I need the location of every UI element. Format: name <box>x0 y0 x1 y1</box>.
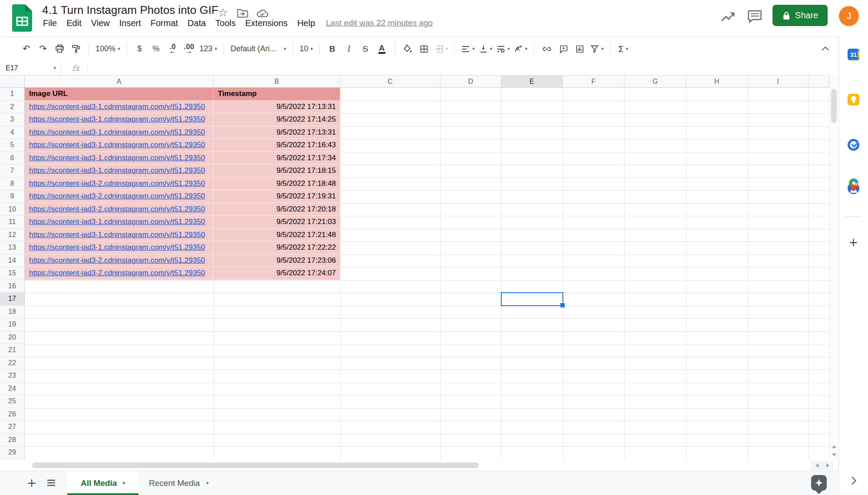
share-button[interactable]: Share <box>773 5 828 26</box>
row-header-5[interactable]: 5 <box>0 139 25 152</box>
more-formats-button[interactable]: 123 ▾ <box>200 43 217 56</box>
cell-url-row-5[interactable]: https://scontent-iad3-1.cdninstagram.com… <box>25 139 214 152</box>
row-header-29[interactable]: 29 <box>0 446 25 459</box>
menu-data[interactable]: Data <box>183 18 210 28</box>
cell-a1-image-url[interactable]: Image URL <box>25 88 214 101</box>
row-header-11[interactable]: 11 <box>0 216 25 229</box>
undo-button[interactable]: ↶ <box>20 43 33 56</box>
row-header-12[interactable]: 12 <box>0 229 25 242</box>
scroll-left-button[interactable] <box>812 461 822 470</box>
row-header-27[interactable]: 27 <box>0 421 25 434</box>
row-header-16[interactable]: 16 <box>0 280 25 293</box>
calendar-icon[interactable]: 31 <box>848 49 859 60</box>
menu-format[interactable]: Format <box>146 18 183 28</box>
cell-timestamp-row-8[interactable]: 9/5/2022 17:18:48 <box>214 178 340 191</box>
image-url-link[interactable]: https://scontent-iad3-1.cdninstagram.com… <box>29 166 205 175</box>
cell-timestamp-row-7[interactable]: 9/5/2022 17:18:15 <box>214 165 340 178</box>
row-header-23[interactable]: 23 <box>0 370 25 383</box>
cell-timestamp-row-4[interactable]: 9/5/2022 17:13:31 <box>214 126 340 139</box>
insert-chart-button[interactable] <box>574 43 586 56</box>
image-url-link[interactable]: https://scontent-iad3-2.cdninstagram.com… <box>29 256 205 265</box>
cell-url-row-3[interactable]: https://scontent-iad3-1.cdninstagram.com… <box>25 113 214 126</box>
cell-url-row-15[interactable]: https://scontent-iad3-2.cdninstagram.com… <box>25 267 214 280</box>
cell-url-row-12[interactable]: https://scontent-iad3-1.cdninstagram.com… <box>25 229 214 242</box>
cell-url-row-6[interactable]: https://scontent-iad3-1.cdninstagram.com… <box>25 152 214 165</box>
tasks-icon[interactable] <box>848 139 859 151</box>
row-header-22[interactable]: 22 <box>0 357 25 370</box>
spreadsheet-grid[interactable]: ABCDEFGHI1234567891011121314151617181920… <box>0 75 838 459</box>
comment-history-icon[interactable] <box>747 10 762 24</box>
menu-edit[interactable]: Edit <box>62 18 86 28</box>
menu-extensions[interactable]: Extensions <box>240 18 293 28</box>
italic-button[interactable]: I <box>343 43 355 56</box>
borders-button[interactable] <box>418 43 430 56</box>
bold-button[interactable]: B <box>326 43 339 56</box>
column-header-F[interactable]: F <box>563 75 625 88</box>
row-header-8[interactable]: 8 <box>0 178 25 191</box>
cell-url-row-10[interactable]: https://scontent-iad3-2.cdninstagram.com… <box>25 203 214 216</box>
vertical-scrollbar[interactable] <box>829 75 839 459</box>
row-header-19[interactable]: 19 <box>0 318 25 331</box>
cell-timestamp-row-13[interactable]: 9/5/2022 17:22:22 <box>214 241 340 254</box>
font-select[interactable]: Default (Ari... ▾ <box>230 43 286 56</box>
cell-b1-timestamp[interactable]: Timestamp <box>214 88 340 101</box>
text-rotation-button[interactable]: A ▾ <box>514 43 528 56</box>
document-title[interactable]: 4.1 Turn Instagram Photos into GIF <box>42 3 218 17</box>
row-header-6[interactable]: 6 <box>0 152 25 165</box>
text-wrap-button[interactable]: ▾ <box>496 43 510 56</box>
hide-menus-button[interactable] <box>819 43 832 55</box>
row-header-28[interactable]: 28 <box>0 434 25 447</box>
cell-timestamp-row-9[interactable]: 9/5/2022 17:19:31 <box>214 190 340 203</box>
last-edit-status[interactable]: Last edit was 22 minutes ago <box>326 18 433 28</box>
text-color-button[interactable]: A <box>376 43 388 56</box>
row-header-4[interactable]: 4 <box>0 126 25 139</box>
cell-url-row-4[interactable]: https://scontent-iad3-1.cdninstagram.com… <box>25 126 214 139</box>
column-header-B[interactable]: B <box>214 75 340 88</box>
row-header-17[interactable]: 17 <box>0 293 25 306</box>
create-filter-button[interactable]: ▾ <box>590 43 604 56</box>
vertical-align-button[interactable]: ▾ <box>479 43 493 56</box>
column-header-G[interactable]: G <box>625 75 686 88</box>
insert-link-button[interactable] <box>541 43 553 56</box>
select-all-corner[interactable] <box>0 75 25 88</box>
cell-url-row-8[interactable]: https://scontent-iad3-2.cdninstagram.com… <box>25 178 214 191</box>
get-addons-button[interactable]: + <box>848 236 859 248</box>
row-header-18[interactable]: 18 <box>0 306 25 319</box>
image-url-link[interactable]: https://scontent-iad3-1.cdninstagram.com… <box>29 154 205 162</box>
image-url-link[interactable]: https://scontent-iad3-1.cdninstagram.com… <box>29 231 205 239</box>
cell-timestamp-row-11[interactable]: 9/5/2022 17:21:03 <box>214 216 340 229</box>
cell-url-row-13[interactable]: https://scontent-iad3-1.cdninstagram.com… <box>25 241 214 254</box>
horizontal-align-button[interactable]: ▾ <box>461 43 475 56</box>
column-header-H[interactable]: H <box>686 75 748 88</box>
cell-timestamp-row-12[interactable]: 9/5/2022 17:21:48 <box>214 229 340 242</box>
cell-url-row-11[interactable]: https://scontent-iad3-1.cdninstagram.com… <box>25 216 214 229</box>
row-header-24[interactable]: 24 <box>0 383 25 396</box>
cell-timestamp-row-5[interactable]: 9/5/2022 17:16:43 <box>214 139 340 152</box>
all-sheets-button[interactable] <box>45 478 57 488</box>
scroll-up-button[interactable] <box>830 443 838 450</box>
horizontal-scrollbar-thumb[interactable] <box>32 462 479 468</box>
image-url-link[interactable]: https://scontent-iad3-1.cdninstagram.com… <box>29 218 205 226</box>
decrease-decimal-button[interactable]: .0← <box>167 43 179 56</box>
row-header-25[interactable]: 25 <box>0 395 25 408</box>
tab-recent-media[interactable]: Recent Media ▾ <box>142 471 216 495</box>
menu-tools[interactable]: Tools <box>210 18 240 28</box>
format-percent-button[interactable]: % <box>150 43 162 56</box>
cell-url-row-7[interactable]: https://scontent-iad3-1.cdninstagram.com… <box>25 165 214 178</box>
increase-decimal-button[interactable]: .00→ <box>183 43 195 56</box>
row-header-20[interactable]: 20 <box>0 331 25 344</box>
menu-insert[interactable]: Insert <box>115 18 146 28</box>
formula-input[interactable] <box>88 61 838 75</box>
zoom-select[interactable]: 100% ▾ <box>95 43 120 56</box>
column-header-I[interactable]: I <box>748 75 809 88</box>
scroll-right-button[interactable] <box>822 461 833 470</box>
cell-url-row-14[interactable]: https://scontent-iad3-2.cdninstagram.com… <box>25 254 214 267</box>
cell-timestamp-row-14[interactable]: 9/5/2022 17:23:06 <box>214 254 340 267</box>
scroll-down-button[interactable] <box>830 451 838 459</box>
format-currency-button[interactable]: $ <box>134 43 146 56</box>
functions-button[interactable]: Σ ▾ <box>617 43 629 56</box>
vertical-scrollbar-thumb[interactable] <box>831 89 837 123</box>
row-header-2[interactable]: 2 <box>0 101 25 114</box>
maps-icon[interactable] <box>849 178 858 191</box>
selected-cell-e17[interactable] <box>501 292 563 306</box>
